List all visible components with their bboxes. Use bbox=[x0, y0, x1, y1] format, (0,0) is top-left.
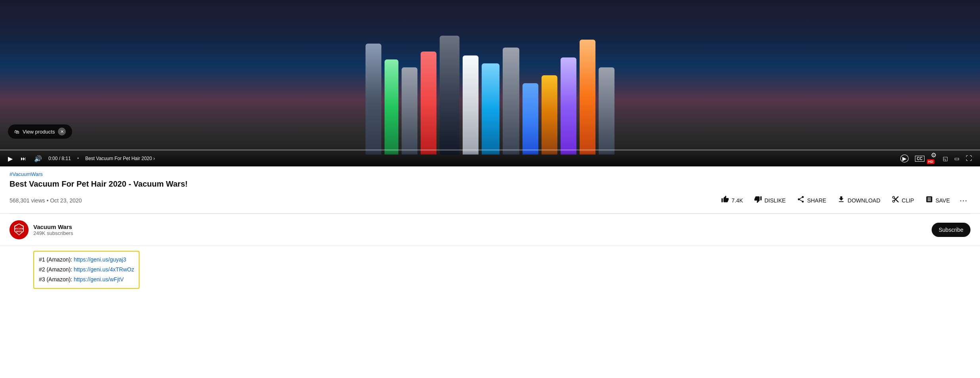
desc-line-1: #1 (Amazon): https://geni.us/guyaj3 bbox=[39, 255, 134, 265]
clip-label: CLIP bbox=[902, 197, 914, 204]
save-button[interactable]: SAVE bbox=[921, 192, 955, 208]
theater-icon: ▭ bbox=[954, 155, 959, 162]
next-icon: ⏭ bbox=[21, 155, 26, 162]
description-links-box: #1 (Amazon): https://geni.us/guyaj3 #2 (… bbox=[33, 251, 140, 289]
more-icon: ⋯ bbox=[959, 196, 967, 205]
channel-tag[interactable]: #VacuumWars bbox=[10, 171, 970, 177]
play-button[interactable]: ▶ bbox=[6, 153, 14, 164]
link1-prefix: #1 (Amazon): bbox=[39, 256, 74, 263]
channel-section: VACUUM WARS Vacuum Wars 249K subscribers… bbox=[0, 214, 980, 246]
captions-icon: CC bbox=[915, 156, 924, 162]
dislike-label: DISLIKE bbox=[764, 197, 786, 204]
channel-left: VACUUM WARS Vacuum Wars 249K subscribers bbox=[10, 220, 73, 239]
share-label: SHARE bbox=[807, 197, 826, 204]
like-count: 7.4K bbox=[731, 197, 743, 204]
fullscreen-button[interactable]: ⛶ bbox=[964, 153, 974, 164]
link3-url[interactable]: https://geni.us/wFjtV bbox=[74, 276, 124, 283]
desc-line-3: #3 (Amazon): https://geni.us/wFjtV bbox=[39, 275, 134, 284]
volume-button[interactable]: 🔊 bbox=[33, 153, 44, 164]
close-products-button[interactable]: ✕ bbox=[58, 128, 66, 136]
video-title-bar: Best Vacuum For Pet Hair 2020 › bbox=[85, 156, 894, 161]
download-button[interactable]: DOWNLOAD bbox=[833, 192, 885, 208]
captions-button[interactable]: CC bbox=[913, 154, 926, 163]
clip-button[interactable]: CLIP bbox=[887, 192, 919, 208]
link3-prefix: #3 (Amazon): bbox=[39, 276, 74, 283]
link1-url[interactable]: https://geni.us/guyaj3 bbox=[74, 256, 126, 263]
save-icon bbox=[925, 195, 933, 205]
vacuum-scene bbox=[0, 0, 980, 166]
link2-prefix: #2 (Amazon): bbox=[39, 266, 74, 273]
share-button[interactable]: SHARE bbox=[792, 192, 831, 208]
autoplay-icon: ▶ bbox=[900, 155, 909, 162]
volume-icon: 🔊 bbox=[34, 155, 42, 162]
desc-line-2: #2 (Amazon): https://geni.us/4xTRwOz bbox=[39, 265, 134, 275]
channel-subscribers: 249K subscribers bbox=[33, 230, 73, 236]
channel-name[interactable]: Vacuum Wars bbox=[33, 223, 73, 230]
fullscreen-icon: ⛶ bbox=[966, 155, 972, 162]
download-label: DOWNLOAD bbox=[848, 197, 880, 204]
settings-icon: ⚙ bbox=[931, 151, 936, 159]
description-section: #1 (Amazon): https://geni.us/guyaj3 #2 (… bbox=[0, 246, 980, 298]
settings-button[interactable]: ⚙ bbox=[929, 150, 938, 160]
next-button[interactable]: ⏭ bbox=[19, 154, 28, 163]
view-count: 568,301 views • Oct 23, 2020 bbox=[10, 197, 82, 204]
time-display: 0:00 / 8:11 bbox=[48, 156, 71, 161]
dot-separator: • bbox=[77, 156, 79, 161]
save-label: SAVE bbox=[936, 197, 950, 204]
autoplay-button[interactable]: ▶ bbox=[899, 153, 910, 164]
video-info-section: #VacuumWars Best Vacuum For Pet Hair 202… bbox=[0, 166, 980, 214]
action-buttons: 7.4K DISLIKE SHARE DOWN bbox=[716, 192, 970, 208]
play-icon: ▶ bbox=[8, 155, 13, 162]
thumbs-down-icon bbox=[754, 195, 762, 205]
subscribe-button[interactable]: Subscribe bbox=[932, 223, 970, 237]
video-player[interactable]: 🛍 View products ✕ ▶ ⏭ 🔊 0:00 / 8:11 • Be… bbox=[0, 0, 980, 166]
miniplayer-button[interactable]: ◱ bbox=[941, 154, 949, 163]
hd-badge: HD bbox=[927, 159, 934, 164]
channel-avatar[interactable]: VACUUM WARS bbox=[10, 220, 29, 239]
thumbs-up-icon bbox=[721, 195, 729, 205]
miniplayer-icon: ◱ bbox=[943, 155, 948, 162]
download-icon bbox=[837, 195, 845, 205]
meta-actions: 568,301 views • Oct 23, 2020 7.4K DISLIK… bbox=[10, 192, 970, 208]
right-controls: ▶ CC ⚙ HD ◱ ▭ ⛶ bbox=[899, 150, 974, 167]
video-controls: ▶ ⏭ 🔊 0:00 / 8:11 • Best Vacuum For Pet … bbox=[0, 151, 980, 166]
svg-text:VACUUM: VACUUM bbox=[15, 227, 23, 230]
view-products-button[interactable]: 🛍 View products ✕ bbox=[8, 124, 72, 139]
avatar-image: VACUUM WARS bbox=[10, 220, 29, 239]
channel-details: Vacuum Wars 249K subscribers bbox=[33, 223, 73, 236]
scissors-icon bbox=[892, 195, 900, 205]
more-options-button[interactable]: ⋯ bbox=[956, 193, 970, 208]
view-products-label: View products bbox=[23, 129, 55, 135]
svg-text:WARS: WARS bbox=[16, 230, 23, 233]
shopping-bag-icon: 🛍 bbox=[14, 129, 19, 135]
video-thumbnail: 🛍 View products ✕ ▶ ⏭ 🔊 0:00 / 8:11 • Be… bbox=[0, 0, 980, 166]
video-title: Best Vacuum For Pet Hair 2020 - Vacuum W… bbox=[10, 179, 970, 189]
share-icon bbox=[797, 195, 805, 205]
link2-url[interactable]: https://geni.us/4xTRwOz bbox=[74, 266, 134, 273]
dislike-button[interactable]: DISLIKE bbox=[749, 192, 791, 208]
theater-button[interactable]: ▭ bbox=[953, 154, 961, 163]
like-button[interactable]: 7.4K bbox=[716, 192, 748, 208]
